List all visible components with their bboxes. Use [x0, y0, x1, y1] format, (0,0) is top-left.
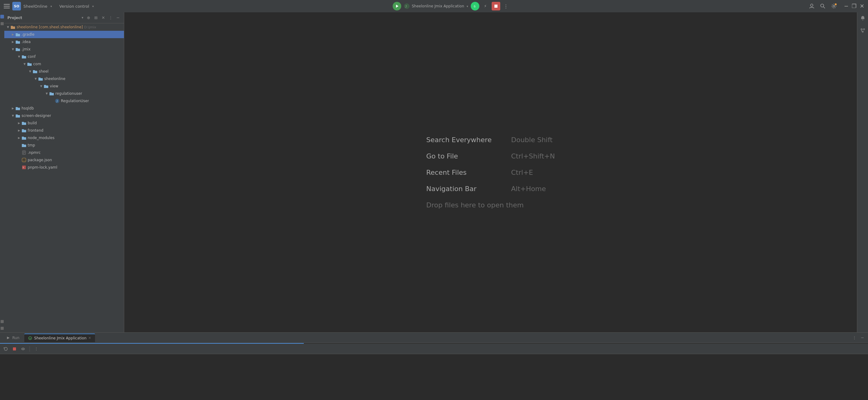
tree-toggle-hsqldb[interactable]: ▶ — [10, 106, 16, 111]
tree-toggle-jmix[interactable]: ▼ — [10, 47, 16, 52]
tree-toggle-frontend[interactable]: ▶ — [17, 128, 22, 133]
jmix-run-icon: J — [404, 3, 410, 9]
restore-window-button[interactable]: ❐ — [852, 3, 857, 9]
power-plugin-icon[interactable]: ⚡ — [482, 2, 489, 10]
tree-toggle-view[interactable]: ▼ — [39, 84, 44, 89]
tree-toggle-build[interactable]: ▶ — [17, 121, 22, 125]
expand-all-button[interactable]: ⊞ — [93, 15, 99, 21]
tree-item-hsqldb[interactable]: ▶ hsqldb — [4, 105, 124, 112]
more-options-icon[interactable]: ⋮ — [503, 3, 509, 9]
tree-toggle-node-modules[interactable]: ▶ — [17, 135, 22, 140]
tree-toggle-com[interactable]: ▼ — [22, 61, 27, 66]
notifications-icon[interactable] — [859, 15, 866, 22]
tree-label-tmp: tmp — [28, 143, 35, 147]
main-content: Project ▾ ⊕ ⊞ ✕ ⋮ − ▼ sheelonline [com.s… — [0, 12, 868, 332]
left-bar-icon-3[interactable] — [1, 320, 4, 323]
tree-item-conf[interactable]: ▼ conf — [4, 53, 124, 60]
minimize-window-button[interactable]: − — [844, 3, 849, 9]
tab-sheelonline[interactable]: Sheelonline Jmix Application ✕ — [24, 334, 95, 342]
tree-item-package-json[interactable]: {} package.json — [4, 156, 124, 164]
left-bar-icon-1[interactable] — [0, 15, 4, 19]
close-window-button[interactable]: ✕ — [860, 3, 864, 9]
tree-item-regulationuser-file[interactable]: J RegulationUser — [4, 97, 124, 105]
add-profile-icon[interactable] — [808, 3, 815, 9]
close-panel-button[interactable]: ✕ — [100, 15, 106, 21]
tree-toggle-sheel[interactable]: ▼ — [28, 69, 33, 74]
svg-point-10 — [835, 3, 837, 5]
tree-toggle-sheelonline[interactable]: ▼ — [33, 76, 38, 81]
recent-files-shortcut: Ctrl+E — [511, 169, 533, 176]
stop-button[interactable] — [11, 346, 18, 352]
settings-updates-icon[interactable] — [831, 3, 837, 9]
project-panel: Project ▾ ⊕ ⊞ ✕ ⋮ − ▼ sheelonline [com.s… — [4, 12, 124, 332]
toolbar-more-button[interactable]: ⋮ — [33, 346, 40, 352]
tree-label-jmix: .jmix — [22, 47, 30, 51]
bottom-more-button[interactable]: ⋮ — [851, 335, 858, 341]
tree-item-gradle[interactable]: ▶ .gradle — [4, 31, 124, 38]
project-dropdown-arrow[interactable]: ▾ — [51, 5, 52, 8]
tree-item-regulationuser[interactable]: ▼ regulationuser — [4, 90, 124, 97]
hamburger-menu-icon[interactable] — [4, 4, 10, 8]
version-control-label[interactable]: Version control — [59, 4, 89, 9]
sheelonline-tab-close[interactable]: ✕ — [88, 336, 91, 340]
tree-toggle-gradle[interactable]: ▶ — [10, 32, 16, 37]
tree-item-view[interactable]: ▼ view — [4, 82, 124, 90]
run-config-dropdown[interactable]: ▾ — [467, 5, 468, 8]
project-dropdown-btn[interactable]: ▾ — [82, 16, 83, 20]
folder-icon-frontend — [22, 128, 26, 133]
tree-label-npmrc: .npmrc — [28, 150, 40, 155]
tree-toggle-root[interactable]: ▼ — [5, 25, 10, 30]
run-button[interactable] — [393, 2, 401, 10]
folder-icon-root — [10, 25, 16, 29]
tree-item-sheel[interactable]: ▼ sheel — [4, 68, 124, 75]
sheelonline-tab-label: Sheelonline Jmix Application — [34, 336, 86, 340]
tree-label-gradle: .gradle — [22, 32, 34, 37]
tree-item-pnpm-lock[interactable]: Y pnpm-lock.yaml — [4, 164, 124, 171]
tree-item-sheelonline[interactable]: ▼ sheelonline — [4, 75, 124, 82]
tree-item-root[interactable]: ▼ sheelonline [com.sheel.sheelonline] D:… — [4, 23, 124, 31]
record-stop-button[interactable] — [492, 2, 500, 10]
svg-point-24 — [29, 337, 32, 340]
git-icon[interactable] — [859, 27, 866, 34]
run-tab-icon: ▶ — [6, 336, 10, 340]
tree-item-idea[interactable]: ▶ .idea — [4, 38, 124, 46]
tree-item-tmp[interactable]: tmp — [4, 142, 124, 149]
tree-item-frontend[interactable]: ▶ frontend — [4, 127, 124, 134]
run-config-name[interactable]: Sheelonline Jmix Application — [412, 4, 464, 8]
editor-area: Search Everywhere Double Shift Go to Fil… — [124, 12, 857, 332]
navigation-bar-shortcut: Alt+Home — [511, 185, 546, 193]
folder-icon-screen-designer — [16, 114, 20, 118]
tree-label-root: sheelonline [com.sheel.sheelonline] — [17, 25, 83, 29]
tree-item-build[interactable]: ▶ build — [4, 119, 124, 127]
tree-toggle-regulationuser[interactable]: ▼ — [44, 91, 49, 96]
tree-toggle-idea[interactable]: ▶ — [10, 39, 16, 44]
svg-point-27 — [23, 348, 24, 349]
tree-label-node-modules: node_modules — [28, 136, 55, 140]
left-bar-icon-2[interactable] — [1, 22, 4, 25]
bottom-minimize-button[interactable]: − — [859, 335, 866, 341]
panel-more-button[interactable]: ⋮ — [108, 15, 114, 21]
tree-spacer-package-json — [17, 158, 22, 163]
tree-toggle-conf[interactable]: ▼ — [17, 54, 22, 59]
tree-item-node-modules[interactable]: ▶ node_modules — [4, 134, 124, 142]
bottom-tab-actions: ⋮ − — [851, 335, 866, 341]
left-bar-icon-4[interactable] — [1, 327, 4, 330]
tree-toggle-screen-designer[interactable]: ▼ — [10, 113, 16, 118]
eye-button[interactable] — [20, 346, 26, 352]
locate-file-button[interactable]: ⊕ — [86, 15, 91, 21]
version-control-dropdown[interactable]: ▾ — [92, 5, 94, 8]
svg-rect-25 — [13, 347, 16, 350]
tab-run[interactable]: ▶ Run — [2, 334, 23, 342]
search-everywhere-icon[interactable] — [819, 3, 826, 9]
titlebar-right: − ❐ ✕ — [808, 3, 864, 9]
folder-icon-gradle — [16, 32, 20, 37]
copilot-icon[interactable]: G — [471, 2, 479, 10]
tree-item-npmrc[interactable]: .npmrc — [4, 149, 124, 156]
run-tab-label: Run — [12, 336, 19, 340]
tree-item-jmix[interactable]: ▼ .jmix — [4, 46, 124, 53]
restart-button[interactable] — [2, 346, 9, 352]
panel-minimize-button[interactable]: − — [115, 15, 121, 21]
tree-label-package-json: package.json — [28, 158, 52, 162]
tree-item-com[interactable]: ▼ com — [4, 60, 124, 68]
tree-item-screen-designer[interactable]: ▼ screen-designer — [4, 112, 124, 119]
